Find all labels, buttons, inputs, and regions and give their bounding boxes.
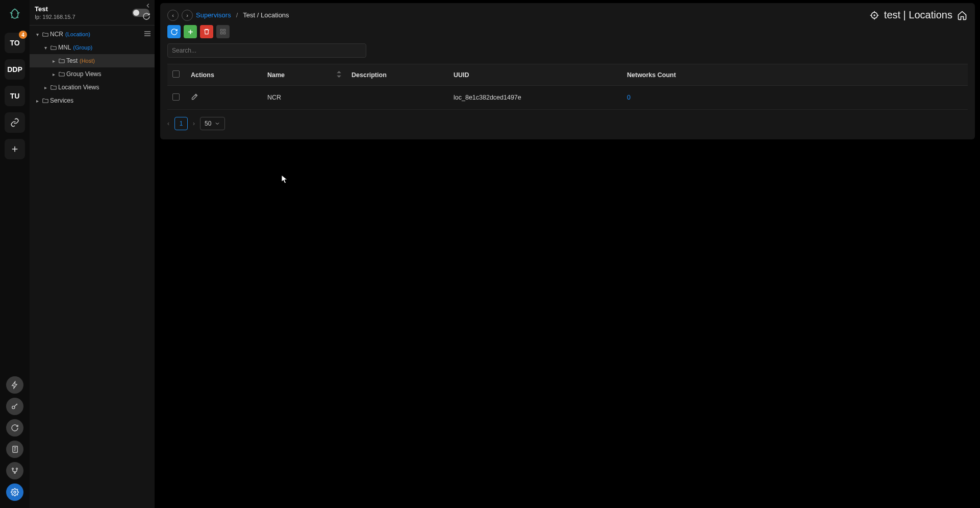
tree-label: Group Views (66, 70, 101, 78)
breadcrumb: ‹ › Supervisors / Test / Locations (167, 10, 289, 21)
refresh-button[interactable] (167, 25, 181, 38)
page-prev-button[interactable]: ‹ (167, 120, 169, 127)
tree-node-test[interactable]: ▸ Test (Host) (30, 54, 155, 67)
folder-icon (57, 57, 66, 64)
side-subtitle: Ip: 192.168.15.7 (35, 14, 132, 20)
workspace-label: DDP (7, 65, 22, 74)
svg-point-2 (12, 468, 14, 470)
page-size-select[interactable]: 50 (200, 117, 225, 130)
breadcrumb-current: Test / Locations (243, 11, 289, 19)
add-button[interactable] (5, 139, 25, 159)
tree-node-group-views[interactable]: ▸ Group Views (30, 67, 155, 81)
tree-label: Test (66, 57, 78, 64)
caret-right-icon[interactable]: ▸ (50, 58, 57, 64)
app-logo (6, 5, 24, 23)
refresh-panel-icon[interactable] (142, 12, 150, 22)
cell-name: NCR (262, 86, 346, 110)
tree-node-services[interactable]: ▸ Services (30, 94, 155, 107)
workspace-label: TO (10, 39, 19, 47)
grid-button (216, 25, 230, 38)
svg-rect-11 (223, 32, 225, 34)
caret-down-icon[interactable]: ▾ (34, 32, 41, 37)
branch-icon[interactable] (6, 462, 23, 479)
search-input[interactable] (167, 43, 366, 58)
caret-right-icon[interactable]: ▸ (42, 85, 49, 90)
folder-icon (41, 97, 50, 104)
cell-uuid: loc_8e1c382dced1497e (448, 86, 622, 110)
svg-rect-10 (220, 32, 222, 34)
side-header: Test Ip: 192.168.15.7 (30, 0, 155, 26)
tree-node-mnl[interactable]: ▾ MNL (Group) (30, 41, 155, 54)
tree-label: NCR (50, 31, 63, 38)
page-current[interactable]: 1 (174, 117, 188, 130)
caret-right-icon[interactable]: ▸ (34, 98, 41, 104)
collapse-panel-icon[interactable] (144, 2, 152, 11)
select-all-checkbox[interactable] (172, 70, 180, 78)
page-title-text: test | Locations (884, 9, 952, 21)
action-bar (167, 25, 968, 38)
locations-table: Actions Name Description UUID Networks (167, 64, 968, 110)
link-button[interactable] (5, 112, 25, 133)
tree-node-ncr[interactable]: ▾ NCR (Location) (30, 28, 155, 41)
tree-tag: (Group) (73, 44, 92, 51)
svg-point-4 (14, 472, 16, 474)
lightning-icon[interactable] (6, 376, 23, 394)
workspace-badge: 4 (19, 31, 27, 39)
edit-icon[interactable] (191, 95, 198, 102)
sort-icon[interactable] (337, 71, 341, 79)
delete-button[interactable] (200, 25, 213, 38)
workspace-label: TU (10, 92, 20, 100)
home-icon[interactable] (957, 10, 968, 21)
tree-node-location-views[interactable]: ▸ Location Views (30, 81, 155, 94)
svg-point-0 (12, 406, 15, 408)
sync-icon[interactable] (6, 419, 23, 437)
table-header-row: Actions Name Description UUID Networks (167, 64, 968, 86)
svg-rect-9 (223, 29, 225, 31)
col-actions: Actions (186, 64, 262, 86)
workspace-tu[interactable]: TU (5, 86, 25, 106)
nav-back-button[interactable]: ‹ (167, 10, 179, 21)
col-networks: Networks Count (622, 64, 968, 86)
table-row[interactable]: NCR loc_8e1c382dced1497e 0 (167, 86, 968, 110)
breadcrumb-sep: / (236, 11, 238, 19)
main-area: ‹ › Supervisors / Test / Locations test … (155, 0, 980, 508)
location-tree: ▾ NCR (Location) ▾ MNL (Group) ▸ (30, 26, 155, 508)
nav-rail: TO 4 DDP TU (0, 0, 30, 508)
settings-icon[interactable] (6, 483, 23, 501)
side-title: Test (35, 5, 132, 13)
caret-right-icon[interactable]: ▸ (50, 71, 57, 77)
workspace-ddp[interactable]: DDP (5, 59, 25, 80)
content-panel: ‹ › Supervisors / Test / Locations test … (160, 3, 975, 139)
page-next-button[interactable]: › (193, 120, 195, 127)
col-name[interactable]: Name (267, 71, 285, 79)
cell-description (346, 86, 448, 110)
tree-tag: (Location) (65, 31, 90, 37)
side-panel: Test Ip: 192.168.15.7 ▾ NCR (Location) (30, 0, 155, 508)
svg-point-5 (14, 491, 16, 493)
tree-label: Location Views (58, 84, 99, 91)
col-description: Description (346, 64, 448, 86)
col-uuid: UUID (448, 64, 622, 86)
target-icon (869, 10, 880, 21)
page-size-value: 50 (205, 120, 211, 127)
svg-point-7 (874, 15, 875, 16)
caret-down-icon[interactable]: ▾ (42, 45, 49, 51)
folder-icon (49, 84, 58, 91)
notebook-icon[interactable] (6, 441, 23, 458)
workspace-to[interactable]: TO 4 (5, 33, 25, 53)
breadcrumb-link[interactable]: Supervisors (196, 11, 231, 19)
svg-point-3 (16, 468, 18, 470)
add-button[interactable] (184, 25, 197, 38)
tree-tag: (Host) (80, 58, 95, 64)
key-icon[interactable] (6, 398, 23, 415)
cell-networks[interactable]: 0 (627, 94, 631, 101)
tree-label: MNL (58, 44, 71, 51)
folder-open-icon (41, 31, 50, 38)
row-checkbox[interactable] (172, 93, 180, 101)
svg-rect-8 (220, 29, 222, 31)
nav-forward-button[interactable]: › (182, 10, 193, 21)
folder-icon (57, 70, 66, 78)
pagination: ‹ 1 › 50 (167, 117, 968, 130)
tree-menu-icon[interactable] (143, 30, 152, 39)
folder-open-icon (49, 44, 58, 51)
